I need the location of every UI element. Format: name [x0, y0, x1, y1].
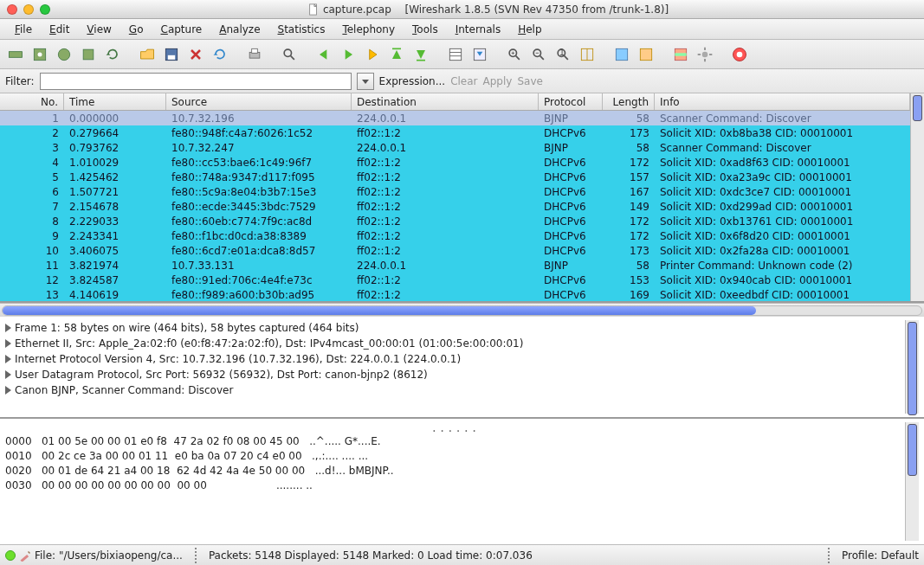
- svg-marker-17: [370, 49, 377, 60]
- hex-dump[interactable]: 0000 01 00 5e 00 00 01 e0 f8 47 2a 02 f0…: [5, 434, 905, 493]
- coloring-rules-button[interactable]: [670, 44, 691, 65]
- table-row[interactable]: 41.010029fe80::cc53:bae6:1c49:96f7ff02::…: [0, 155, 910, 170]
- table-row[interactable]: 51.425462fe80::748a:9347:d117:f095ff02::…: [0, 170, 910, 184]
- expand-icon[interactable]: [5, 324, 11, 332]
- zoom-out-button[interactable]: [528, 44, 549, 65]
- table-row[interactable]: 82.229033fe80::60eb:c774:7f9c:ac8dff02::…: [0, 214, 910, 228]
- save-button[interactable]: Save: [517, 75, 542, 87]
- interfaces-button[interactable]: [5, 44, 26, 65]
- col-header-no[interactable]: No.: [0, 93, 64, 110]
- print-button[interactable]: [244, 44, 265, 65]
- filter-label: Filter:: [5, 75, 35, 87]
- apply-button[interactable]: Apply: [483, 75, 513, 87]
- col-header-source[interactable]: Source: [166, 93, 352, 110]
- status-profile[interactable]: Profile: Default: [842, 549, 919, 562]
- svg-marker-10: [214, 53, 218, 55]
- zoom-window-button[interactable]: [40, 4, 50, 15]
- svg-line-14: [291, 55, 294, 59]
- menu-help[interactable]: Help: [510, 22, 549, 37]
- packet-details-pane: Frame 1: 58 bytes on wire (464 bits), 58…: [0, 317, 924, 419]
- capture-options-button[interactable]: [29, 44, 50, 65]
- expand-icon[interactable]: [5, 386, 11, 395]
- table-row[interactable]: 72.154678fe80::ecde:3445:3bdc:7529ff02::…: [0, 199, 910, 214]
- menu-statistics[interactable]: Statistics: [270, 22, 333, 37]
- menu-view[interactable]: View: [79, 22, 119, 37]
- svg-rect-6: [83, 49, 94, 60]
- svg-marker-52: [28, 551, 30, 554]
- menu-telephony[interactable]: Telephony: [334, 22, 403, 37]
- col-header-time[interactable]: Time: [64, 93, 166, 110]
- preferences-button[interactable]: [695, 44, 715, 65]
- detail-line[interactable]: Frame 1: 58 bytes on wire (464 bits), 58…: [5, 320, 905, 336]
- expression-button[interactable]: Expression...: [379, 75, 446, 87]
- table-row[interactable]: 113.82197410.7.33.131224.0.0.1BJNP58Prin…: [0, 258, 910, 273]
- hex-prelude: ......: [5, 422, 905, 434]
- col-header-destination[interactable]: Destination: [352, 93, 539, 110]
- start-capture-button[interactable]: [54, 44, 74, 65]
- hex-scrollbar[interactable]: [905, 422, 919, 541]
- resize-cols-button[interactable]: [577, 44, 598, 65]
- auto-scroll-button[interactable]: [469, 44, 490, 65]
- stop-capture-button[interactable]: [78, 44, 99, 65]
- go-last-button[interactable]: [410, 44, 431, 65]
- detail-line[interactable]: User Datagram Protocol, Src Port: 56932 …: [5, 367, 905, 382]
- svg-rect-39: [616, 48, 627, 60]
- menu-go[interactable]: Go: [121, 22, 152, 37]
- menu-analyze[interactable]: Analyze: [211, 22, 268, 37]
- capture-filters-button[interactable]: [611, 44, 632, 65]
- titlebar: capture.pcap [Wireshark 1.8.5 (SVN Rev 4…: [0, 0, 924, 19]
- reload-button[interactable]: [210, 44, 230, 65]
- horizontal-scrollbar[interactable]: [0, 303, 924, 317]
- expand-icon[interactable]: [5, 370, 11, 379]
- open-button[interactable]: [137, 44, 158, 65]
- colorize-button[interactable]: [445, 44, 466, 65]
- save-button[interactable]: [161, 44, 182, 65]
- filter-dropdown[interactable]: [357, 73, 374, 90]
- clear-button[interactable]: Clear: [450, 75, 477, 87]
- zoom-100-button[interactable]: 1: [552, 44, 573, 65]
- forward-button[interactable]: [338, 44, 359, 65]
- close-window-button[interactable]: [7, 4, 17, 15]
- col-header-length[interactable]: Length: [603, 93, 655, 110]
- detail-line[interactable]: Internet Protocol Version 4, Src: 10.7.3…: [5, 351, 905, 367]
- col-header-protocol[interactable]: Protocol: [539, 93, 603, 110]
- display-filters-button[interactable]: [636, 44, 656, 65]
- annotation-icon[interactable]: [19, 549, 31, 562]
- vertical-scrollbar[interactable]: [910, 93, 924, 301]
- menu-tools[interactable]: Tools: [404, 22, 446, 37]
- find-button[interactable]: [279, 44, 300, 65]
- expand-icon[interactable]: [5, 339, 11, 348]
- col-header-info[interactable]: Info: [655, 93, 910, 110]
- packet-list-header: No. Time Source Destination Protocol Len…: [0, 93, 910, 111]
- help-button[interactable]: [729, 44, 750, 65]
- detail-line[interactable]: Canon BJNP, Scanner Command: Discover: [5, 382, 905, 398]
- close-button[interactable]: [185, 44, 206, 65]
- back-button[interactable]: [313, 44, 334, 65]
- go-first-button[interactable]: [386, 44, 407, 65]
- menu-internals[interactable]: Internals: [448, 22, 509, 37]
- menu-capture[interactable]: Capture: [152, 22, 210, 37]
- table-row[interactable]: 92.243341fe80::f1bc:d0cd:a38:8389ff02::1…: [0, 228, 910, 243]
- goto-button[interactable]: [362, 44, 383, 65]
- table-row[interactable]: 134.140619fe80::f989:a600:b30b:ad95ff02:…: [0, 287, 910, 301]
- expert-info-led-icon[interactable]: [5, 550, 16, 561]
- table-row[interactable]: 103.406075fe80::6cd7:e01a:dca8:8d57ff02:…: [0, 243, 910, 258]
- zoom-in-button[interactable]: [504, 44, 525, 65]
- details-scrollbar[interactable]: [905, 320, 919, 414]
- svg-line-32: [540, 55, 544, 59]
- filter-input[interactable]: [40, 73, 352, 90]
- svg-rect-12: [252, 48, 258, 53]
- minimize-window-button[interactable]: [23, 4, 34, 15]
- packet-list-pane: No. Time Source Destination Protocol Len…: [0, 93, 924, 303]
- expand-icon[interactable]: [5, 355, 11, 363]
- detail-line[interactable]: Ethernet II, Src: Apple_2a:02:f0 (e0:f8:…: [5, 336, 905, 351]
- table-row[interactable]: 10.00000010.7.32.196224.0.0.1BJNP58Scann…: [0, 111, 910, 125]
- menu-file[interactable]: File: [7, 22, 40, 37]
- restart-capture-button[interactable]: [102, 44, 123, 65]
- table-row[interactable]: 123.824587fe80::91ed:706c:4e4f:e73cff02:…: [0, 273, 910, 287]
- table-row[interactable]: 20.279664fe80::948f:c4a7:6026:1c52ff02::…: [0, 125, 910, 140]
- svg-marker-16: [346, 49, 352, 60]
- table-row[interactable]: 61.507721fe80::5c9a:8e04:b3b7:15e3ff02::…: [0, 184, 910, 199]
- table-row[interactable]: 30.79376210.7.32.247224.0.0.1BJNP58Scann…: [0, 140, 910, 155]
- menu-edit[interactable]: Edit: [42, 22, 77, 37]
